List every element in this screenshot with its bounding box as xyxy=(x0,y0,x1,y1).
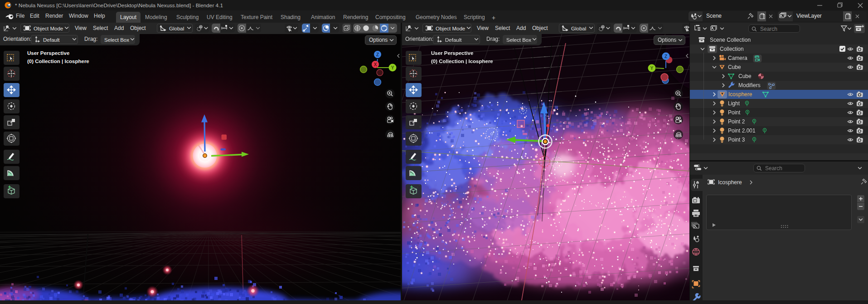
svg-text:X: X xyxy=(374,62,377,67)
svg-text:Y: Y xyxy=(650,66,654,71)
svg-text:Z: Z xyxy=(376,52,379,57)
svg-text:Z: Z xyxy=(664,54,667,59)
svg-text:Y: Y xyxy=(391,65,394,70)
